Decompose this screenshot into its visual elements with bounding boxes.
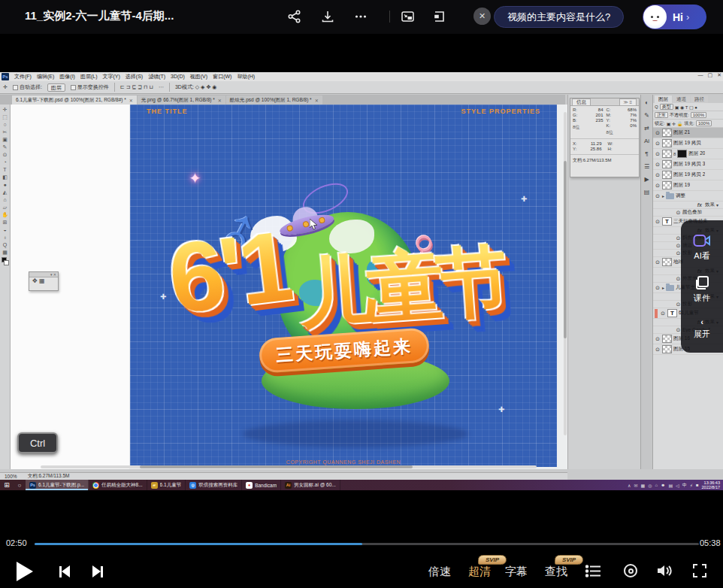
ps-menu[interactable]: 文字(Y) <box>102 74 119 79</box>
ps-tool-icon[interactable]: ● <box>3 182 6 187</box>
tray-icon[interactable]: 中 <box>682 482 687 489</box>
document-tab[interactable]: 光.png @ 66.7%(图层 1, RGB/8) *✕ <box>138 95 225 105</box>
layer-row[interactable]: fx效果▾ <box>653 202 723 209</box>
volume-icon[interactable] <box>657 563 673 581</box>
more-icon[interactable] <box>352 8 370 26</box>
tray-icon[interactable]: ⚡ <box>690 483 693 488</box>
horizontal-scrollbar[interactable] <box>41 465 537 468</box>
taskbar-item[interactable]: 任易精全能大神8... <box>89 480 147 490</box>
ps-tool-icon[interactable]: ◒ <box>3 227 6 232</box>
tray-icon[interactable]: ☻ <box>661 483 665 487</box>
ps-tool-icon[interactable]: ✋ <box>2 212 8 217</box>
layers-tab[interactable]: 图层 <box>655 95 672 103</box>
more-options-icon[interactable]: ⋯ <box>159 84 164 90</box>
visibility-eye-icon[interactable]: ⊙ <box>655 285 661 291</box>
miniplayer-icon[interactable] <box>430 8 448 26</box>
collapsed-panel-icon[interactable]: ▶ <box>644 176 649 183</box>
expand-button[interactable]: ‹ 展开 <box>694 317 710 340</box>
courseware-button[interactable]: 课件 <box>694 275 710 304</box>
visibility-eye-icon[interactable]: ⊙ <box>655 219 661 225</box>
layer-row[interactable]: ⊙图层 21 <box>653 128 723 138</box>
ps-tool-icon[interactable]: T <box>3 167 6 172</box>
ps-tool-icon[interactable]: ▱ <box>3 205 7 210</box>
ps-menu[interactable]: 编辑(E) <box>37 74 54 79</box>
taskbar-item[interactable]: Ps6.1儿童节-下载图.p... <box>26 480 89 490</box>
visibility-eye-icon[interactable]: ⊙ <box>655 347 661 353</box>
visibility-eye-icon[interactable]: ⊙ <box>655 172 661 178</box>
tray-icon[interactable]: ▤ <box>668 483 673 488</box>
visibility-eye-icon[interactable]: ⊙ <box>655 151 661 157</box>
tray-icon[interactable]: ▦ <box>641 483 646 488</box>
visibility-eye-icon[interactable]: ⊙ <box>655 130 661 136</box>
collapsed-panel-icon[interactable]: ¶ <box>645 150 648 157</box>
taskbar-item[interactable]: ▰6.1儿童节 <box>147 480 186 490</box>
taskbar-item[interactable]: Ai男女圆标.ai @ 60... <box>281 480 340 490</box>
fullscreen-icon[interactable] <box>693 564 706 577</box>
play-button[interactable] <box>17 562 33 581</box>
ps-menu[interactable]: 选择(S) <box>126 74 143 79</box>
taskbar-search-icon[interactable]: ○ <box>14 482 26 489</box>
quality-button[interactable]: 超清 <box>468 565 491 579</box>
lock-icons[interactable]: ▣ ✛ 🔒 <box>667 121 683 126</box>
ai-assistant-button[interactable]: Hi › <box>643 5 706 29</box>
speed-button[interactable]: 倍速 <box>428 565 451 579</box>
tray-icon[interactable]: ⌂ <box>655 483 658 487</box>
ps-menu[interactable]: 窗口(W) <box>213 74 231 79</box>
ps-tool-icon[interactable]: ⌂ <box>3 197 6 202</box>
subtitles-button[interactable]: 字幕 <box>505 565 528 579</box>
system-tray[interactable]: ∧✉▦◎⌂☻▤◁中⚡■ <box>628 482 701 489</box>
ps-tool-icon[interactable]: ◔ <box>3 159 6 165</box>
ps-menu[interactable]: 视图(V) <box>190 74 207 79</box>
ps-tool-icon[interactable]: Q <box>3 242 7 247</box>
record-icon[interactable] <box>624 564 637 577</box>
ps-tool-icon[interactable]: ✂ <box>3 129 8 135</box>
ps-tool-icon[interactable]: ✎ <box>3 144 8 150</box>
ps-tool-icon[interactable]: ○ <box>3 122 6 127</box>
find-button[interactable]: 查找 <box>545 565 567 579</box>
ps-window-controls[interactable]: —▢✕ <box>698 72 722 78</box>
previous-button[interactable] <box>59 565 70 577</box>
collapsed-panel-icon[interactable]: ⇄ <box>644 125 649 132</box>
layers-tab[interactable]: 路径 <box>691 95 708 103</box>
tray-icon[interactable]: ∧ <box>628 483 631 488</box>
close-ai-pill-icon[interactable]: ✕ <box>473 8 491 25</box>
download-icon[interactable] <box>319 8 337 26</box>
tray-icon[interactable]: ◁ <box>676 483 679 488</box>
taskbar-item[interactable]: ◍双倍搜索画资料库 <box>186 480 242 490</box>
ps-tool-icon[interactable]: ◧ <box>2 174 8 180</box>
share-icon[interactable] <box>286 8 304 26</box>
ps-tool-icon[interactable]: ⬚ <box>2 114 8 120</box>
playlist-icon[interactable] <box>585 565 601 580</box>
ps-tool-icon[interactable]: ♁ <box>3 235 7 240</box>
visibility-eye-icon[interactable]: ⊙ <box>655 141 661 147</box>
layer-row[interactable]: ⊙图层 19 <box>653 180 723 191</box>
ps-tool-icon[interactable]: ▣ <box>2 137 8 142</box>
tray-icon[interactable]: ■ <box>696 483 699 487</box>
visibility-eye-icon[interactable]: ⊙ <box>655 193 661 199</box>
tray-icon[interactable]: ◎ <box>648 483 652 488</box>
collapsed-panel-icon[interactable]: ◐ <box>645 99 649 106</box>
next-button[interactable] <box>92 565 103 577</box>
ps-tool-icon[interactable]: ◭ <box>3 189 7 195</box>
ps-tool-icon[interactable]: ⊙ <box>3 152 8 157</box>
collapsed-panel-icon[interactable]: ▤ <box>644 189 650 195</box>
layer-row[interactable]: ⊙8图层 20 <box>653 149 723 159</box>
layers-tab[interactable]: 通道 <box>673 95 690 103</box>
vertical-scrollbar[interactable] <box>564 112 567 435</box>
layer-row[interactable]: ⊙图层 19 拷贝 <box>653 138 723 149</box>
filter-icons[interactable]: ▣ ◉ T ▢ ● <box>675 105 697 110</box>
visibility-eye-icon[interactable]: ⊙ <box>655 259 661 265</box>
layer-row[interactable]: ⊙图层 19 拷贝 3 <box>653 159 723 170</box>
collapsed-panel-icon[interactable]: Ai <box>644 138 649 144</box>
ps-menu[interactable]: 滤镜(T) <box>148 74 165 79</box>
layer-row[interactable]: ⊙图层 19 拷贝 2 <box>653 170 723 180</box>
opacity-value[interactable]: 100% <box>691 112 706 118</box>
ps-tool-icon[interactable]: ▦ <box>2 250 8 255</box>
ps-menu[interactable]: 文件(F) <box>14 74 32 79</box>
layer-row[interactable]: ⊙颜色叠加 <box>653 209 723 217</box>
auto-select-checkbox[interactable] <box>13 85 18 90</box>
visibility-eye-icon[interactable]: ⊙ <box>660 311 666 317</box>
auto-select-target-dropdown[interactable]: 图层 <box>47 83 65 92</box>
ps-menu[interactable]: 图像(I) <box>59 74 75 79</box>
filter-kind-dropdown[interactable]: 类型 <box>660 104 673 110</box>
